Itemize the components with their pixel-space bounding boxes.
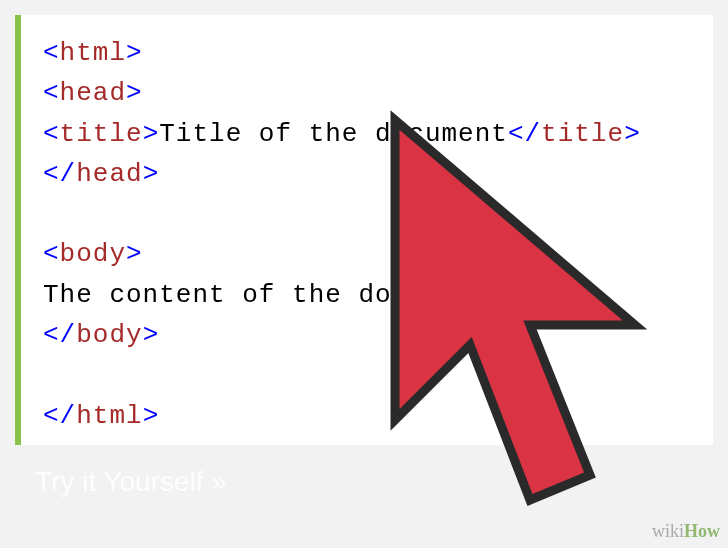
code-line: <head> — [43, 73, 691, 113]
code-line: <title>Title of the document</title> — [43, 114, 691, 154]
code-line: <html> — [43, 33, 691, 73]
code-panel: <html><head><title>Title of the document… — [15, 15, 713, 445]
code-line: <body> — [43, 234, 691, 274]
code-line — [43, 355, 691, 395]
code-line: The content of the document...... — [43, 275, 691, 315]
faint-overlay-text: Try it Yourself » — [35, 466, 227, 498]
code-line: </head> — [43, 154, 691, 194]
code-line: </html> — [43, 396, 691, 436]
watermark-how: How — [684, 521, 720, 541]
watermark-wiki: wiki — [652, 521, 684, 541]
code-line: </body> — [43, 315, 691, 355]
watermark: wikiHow — [652, 521, 720, 542]
code-line — [43, 194, 691, 234]
